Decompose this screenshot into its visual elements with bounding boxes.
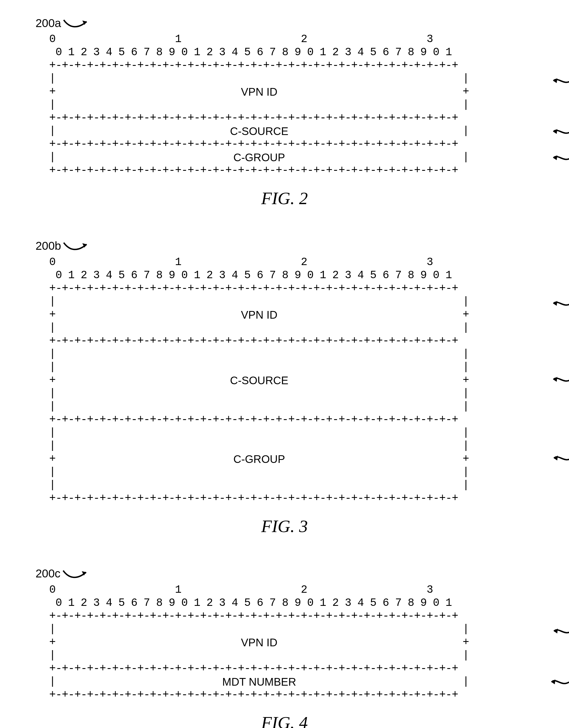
bit-ruler-tens: 0 1 2 3 [49,33,536,46]
callout-202b: 202b [552,297,569,310]
field-mdt-number: |MDT NUMBER| 208 [49,675,536,688]
separator: +-+-+-+-+-+-+-+-+-+-+-+-+-+-+-+-+-+-+-+-… [49,138,536,151]
callout-204a: 204a [552,125,569,138]
callout-206c: 206c [553,451,569,465]
field-vpn-id: || +VPN ID+ || 202a [49,72,536,111]
figure-2-caption: FIG. 2 [33,188,536,209]
separator: +-+-+-+-+-+-+-+-+-+-+-+-+-+-+-+-+-+-+-+-… [49,111,536,125]
figure-3-caption: FIG. 3 [33,516,536,537]
field-c-source: |C-SOURCE| 204a [49,125,536,138]
figure-2-ref: 200a [36,16,61,30]
field-c-group-label: C-GROUP [233,453,285,466]
leader-arrow-icon [63,568,87,579]
field-vpn-id-label: VPN ID [241,636,277,649]
figure-4-ref: 200c [36,567,60,580]
field-c-group-label: C-GROUP [233,151,285,164]
field-c-source-label: C-SOURCE [230,125,288,138]
field-vpn-id-label: VPN ID [241,308,277,321]
bit-ruler-tens: 0 1 2 3 [49,583,536,597]
figure-2: 200a 0 1 2 3 0 1 2 3 4 5 6 7 8 9 0 1 2 3… [33,16,536,209]
separator: +-+-+-+-+-+-+-+-+-+-+-+-+-+-+-+-+-+-+-+-… [49,164,536,177]
field-mdt-number-label: MDT NUMBER [222,675,296,688]
figure-3-diagram: 0 1 2 3 0 1 2 3 4 5 6 7 8 9 0 1 2 3 4 5 … [33,256,536,505]
bit-ruler-units: 0 1 2 3 4 5 6 7 8 9 0 1 2 3 4 5 6 7 8 9 … [49,597,536,610]
figure-2-diagram: 0 1 2 3 0 1 2 3 4 5 6 7 8 9 0 1 2 3 4 5 … [33,33,536,177]
figure-3: 200b 0 1 2 3 0 1 2 3 4 5 6 7 8 9 0 1 2 3… [33,239,536,537]
separator: +-+-+-+-+-+-+-+-+-+-+-+-+-+-+-+-+-+-+-+-… [49,282,536,295]
figure-2-ref-row: 200a [36,16,536,30]
figure-3-ref: 200b [36,239,61,253]
separator: +-+-+-+-+-+-+-+-+-+-+-+-+-+-+-+-+-+-+-+-… [49,610,536,623]
field-vpn-id: || +VPN ID+ || 202c [49,623,536,662]
separator: +-+-+-+-+-+-+-+-+-+-+-+-+-+-+-+-+-+-+-+-… [49,334,536,348]
separator: +-+-+-+-+-+-+-+-+-+-+-+-+-+-+-+-+-+-+-+-… [49,662,536,675]
separator: +-+-+-+-+-+-+-+-+-+-+-+-+-+-+-+-+-+-+-+-… [49,492,536,505]
separator: +-+-+-+-+-+-+-+-+-+-+-+-+-+-+-+-+-+-+-+-… [49,59,536,72]
bit-ruler-units: 0 1 2 3 4 5 6 7 8 9 0 1 2 3 4 5 6 7 8 9 … [49,46,536,59]
field-c-group: || || +C-GROUP+ || || 206c [49,426,536,492]
field-c-source-label: C-SOURCE [230,374,288,387]
bit-ruler-units: 0 1 2 3 4 5 6 7 8 9 0 1 2 3 4 5 6 7 8 9 … [49,269,536,282]
field-vpn-id: || +VPN ID+ || 202b [49,295,536,334]
separator: +-+-+-+-+-+-+-+-+-+-+-+-+-+-+-+-+-+-+-+-… [49,688,536,701]
figure-4-diagram: 0 1 2 3 0 1 2 3 4 5 6 7 8 9 0 1 2 3 4 5 … [33,583,536,701]
bit-ruler-tens: 0 1 2 3 [49,256,536,269]
callout-206a: 206a [552,151,569,165]
callout-202c: 202c [553,624,569,638]
callout-208: 208 [550,675,569,689]
callout-202a: 202a [552,74,569,87]
figure-3-ref-row: 200b [36,239,536,253]
field-c-group: |C-GROUP| 206a [49,151,536,164]
leader-arrow-icon [63,240,88,251]
callout-204b: 204b [552,373,569,386]
separator: +-+-+-+-+-+-+-+-+-+-+-+-+-+-+-+-+-+-+-+-… [49,413,536,426]
field-vpn-id-label: VPN ID [241,85,277,98]
figure-4-ref-row: 200c [36,567,536,580]
leader-arrow-icon [63,18,88,29]
figure-4-caption: FIG. 4 [33,712,536,728]
field-c-source: || || +C-SOURCE+ || || 204b [49,348,536,413]
figure-4: 200c 0 1 2 3 0 1 2 3 4 5 6 7 8 9 0 1 2 3… [33,567,536,728]
